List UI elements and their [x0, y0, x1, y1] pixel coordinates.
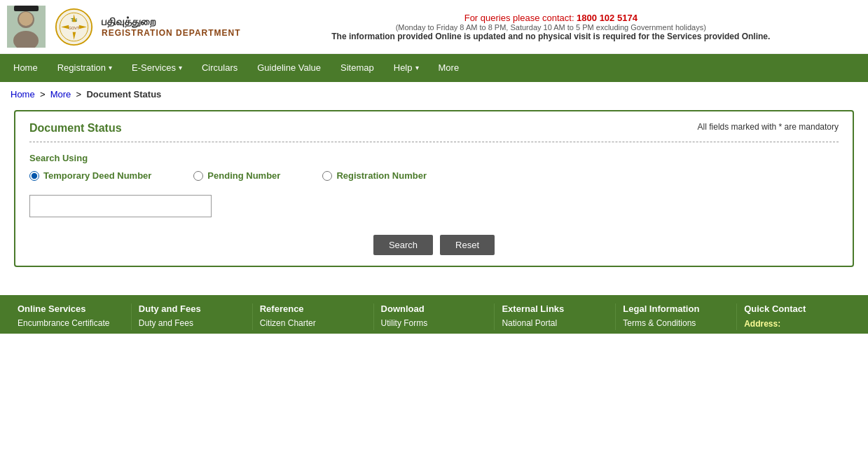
footer-columns: Online Services Encumbrance Certificate …	[11, 304, 857, 330]
footer-contact-title: Quick Contact	[744, 304, 850, 314]
form-buttons: Search Reset	[29, 235, 839, 255]
footer-reference-title: Reference	[260, 304, 366, 314]
document-status-form: Document Status All fields marked with *…	[14, 110, 854, 267]
contact-hours: (Monday to Friday 8 AM to 8 PM, Saturday…	[244, 23, 857, 32]
svg-point-3	[19, 12, 33, 26]
chevron-down-icon: ▾	[415, 54, 419, 82]
breadcrumb-home[interactable]: Home	[11, 89, 35, 100]
breadcrumb-current: Document Status	[86, 89, 161, 100]
emblem-logo: TN GOVT	[53, 6, 95, 48]
nav-help[interactable]: Help▾	[384, 54, 429, 82]
footer-col-legal: Legal Information Terms & Conditions	[616, 304, 737, 330]
footer-legal-title: Legal Information	[623, 304, 729, 314]
nav-more[interactable]: More	[429, 54, 469, 82]
dept-name-english: REGISTRATION DEPARTMENT	[102, 28, 241, 38]
svg-rect-4	[14, 6, 39, 11]
nav-guideline-value[interactable]: Guideline Value	[247, 54, 331, 82]
radio-registration[interactable]: Registration Number	[322, 170, 427, 181]
radio-temp-deed-input[interactable]	[29, 171, 39, 181]
footer-link-citizen-charter[interactable]: Citizen Charter	[260, 318, 366, 328]
nav-registration[interactable]: Registration▾	[48, 54, 122, 82]
footer-duty-fees-title: Duty and Fees	[139, 304, 245, 314]
search-radio-group: Temporary Deed Number Pending Number Reg…	[29, 170, 839, 181]
radio-temp-deed[interactable]: Temporary Deed Number	[29, 170, 151, 181]
footer-col-online-services: Online Services Encumbrance Certificate	[11, 304, 132, 330]
radio-registration-input[interactable]	[322, 171, 332, 181]
main-nav: Home Registration▾ E-Services▾ Circulars…	[0, 54, 868, 82]
chevron-down-icon: ▾	[179, 54, 182, 82]
search-using-label: Search Using	[29, 153, 839, 163]
search-button[interactable]: Search	[373, 235, 433, 255]
footer-link-duty-fees[interactable]: Duty and Fees	[139, 318, 245, 328]
footer-link-terms[interactable]: Terms & Conditions	[623, 318, 729, 328]
nav-eservices[interactable]: E-Services▾	[122, 54, 192, 82]
footer-col-contact: Quick Contact Address:	[737, 304, 857, 330]
form-divider	[29, 142, 839, 142]
search-input[interactable]	[29, 195, 212, 217]
department-title: பதிவுத்துறை REGISTRATION DEPARTMENT	[102, 15, 241, 38]
contact-info-text: The information provided Online is updat…	[244, 32, 857, 41]
page-header: TN GOVT பதிவுத்துறை REGISTRATION DEPARTM…	[0, 0, 868, 54]
main-content: Document Status All fields marked with *…	[0, 107, 868, 281]
contact-info: For queries please contact: 1800 102 517…	[241, 9, 861, 45]
footer-link-encumbrance[interactable]: Encumbrance Certificate	[18, 318, 124, 328]
dept-name-tamil: பதிவுத்துறை	[102, 15, 241, 28]
footer-link-national-portal[interactable]: National Portal	[502, 318, 608, 328]
reset-button[interactable]: Reset	[440, 235, 495, 255]
footer-link-utility-forms[interactable]: Utility Forms	[381, 318, 488, 328]
radio-pending[interactable]: Pending Number	[193, 170, 280, 181]
nav-sitemap[interactable]: Sitemap	[331, 54, 384, 82]
footer-address-label: Address:	[744, 319, 780, 329]
breadcrumb-more[interactable]: More	[50, 89, 71, 100]
nav-home[interactable]: Home	[4, 54, 48, 82]
footer-col-duty-fees: Duty and Fees Duty and Fees	[132, 304, 253, 330]
contact-prefix: For queries please contact: 1800 102 517…	[244, 13, 857, 23]
footer-online-services-title: Online Services	[18, 304, 124, 314]
form-title: Document Status	[29, 122, 122, 135]
official-photo	[7, 6, 46, 48]
radio-registration-label: Registration Number	[336, 170, 427, 181]
breadcrumb: Home > More > Document Status	[0, 82, 868, 107]
nav-circulars[interactable]: Circulars	[192, 54, 247, 82]
page-footer: Online Services Encumbrance Certificate …	[0, 295, 868, 334]
radio-temp-deed-label: Temporary Deed Number	[43, 170, 151, 181]
logo-area: TN GOVT பதிவுத்துறை REGISTRATION DEPARTM…	[7, 6, 241, 48]
mandatory-note: All fields marked with * are mandatory	[698, 122, 839, 132]
footer-external-links-title: External Links	[502, 304, 608, 314]
form-header: Document Status All fields marked with *…	[29, 122, 839, 135]
svg-text:GOVT: GOVT	[68, 26, 79, 30]
footer-col-download: Download Utility Forms	[374, 304, 495, 330]
chevron-down-icon: ▾	[109, 54, 112, 82]
radio-pending-label: Pending Number	[207, 170, 280, 181]
radio-pending-input[interactable]	[193, 171, 203, 181]
footer-col-reference: Reference Citizen Charter	[253, 304, 374, 330]
footer-col-external-links: External Links National Portal	[495, 304, 616, 330]
footer-download-title: Download	[381, 304, 488, 314]
contact-phone: 1800 102 5174	[577, 13, 638, 23]
